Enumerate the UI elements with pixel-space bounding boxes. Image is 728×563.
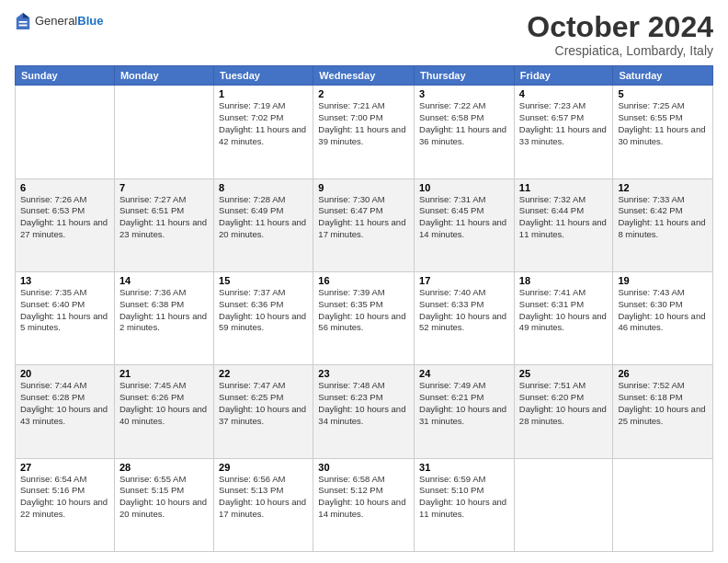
day-info: Sunrise: 7:23 AMSunset: 6:57 PMDaylight:… bbox=[519, 100, 609, 147]
table-row: 28 Sunrise: 6:55 AMSunset: 5:15 PMDaylig… bbox=[114, 458, 213, 551]
day-info: Sunrise: 7:31 AMSunset: 6:45 PMDaylight:… bbox=[419, 194, 509, 241]
calendar-week-row: 1 Sunrise: 7:19 AMSunset: 7:02 PMDayligh… bbox=[16, 86, 713, 178]
day-number: 8 bbox=[219, 182, 308, 193]
day-number: 29 bbox=[219, 462, 308, 473]
table-row: 2 Sunrise: 7:21 AMSunset: 7:00 PMDayligh… bbox=[313, 86, 415, 178]
day-info: Sunrise: 7:37 AMSunset: 6:36 PMDaylight:… bbox=[219, 287, 308, 334]
table-row: 6 Sunrise: 7:26 AMSunset: 6:53 PMDayligh… bbox=[16, 178, 115, 271]
day-info: Sunrise: 7:43 AMSunset: 6:30 PMDaylight:… bbox=[618, 287, 708, 334]
day-number: 15 bbox=[219, 275, 308, 286]
day-number: 13 bbox=[20, 275, 109, 286]
day-number: 2 bbox=[318, 88, 409, 99]
day-number: 10 bbox=[419, 182, 509, 193]
day-number: 21 bbox=[119, 368, 209, 379]
day-number: 5 bbox=[618, 88, 708, 99]
day-info: Sunrise: 6:54 AMSunset: 5:16 PMDaylight:… bbox=[20, 474, 109, 521]
table-row: 5 Sunrise: 7:25 AMSunset: 6:55 PMDayligh… bbox=[613, 86, 713, 178]
day-info: Sunrise: 7:47 AMSunset: 6:25 PMDaylight:… bbox=[219, 380, 308, 427]
day-info: Sunrise: 7:49 AMSunset: 6:21 PMDaylight:… bbox=[419, 380, 509, 427]
day-number: 12 bbox=[618, 182, 708, 193]
day-info: Sunrise: 7:51 AMSunset: 6:20 PMDaylight:… bbox=[519, 380, 609, 427]
day-number: 9 bbox=[318, 182, 409, 193]
day-info: Sunrise: 7:35 AMSunset: 6:40 PMDaylight:… bbox=[20, 287, 109, 334]
day-info: Sunrise: 7:33 AMSunset: 6:42 PMDaylight:… bbox=[618, 194, 708, 241]
day-number: 6 bbox=[20, 182, 109, 193]
calendar-week-row: 6 Sunrise: 7:26 AMSunset: 6:53 PMDayligh… bbox=[16, 178, 713, 271]
day-info: Sunrise: 7:32 AMSunset: 6:44 PMDaylight:… bbox=[519, 194, 609, 241]
day-info: Sunrise: 7:22 AMSunset: 6:58 PMDaylight:… bbox=[419, 100, 509, 147]
day-number: 31 bbox=[419, 462, 509, 473]
day-info: Sunrise: 6:59 AMSunset: 5:10 PMDaylight:… bbox=[419, 474, 509, 521]
table-row: 24 Sunrise: 7:49 AMSunset: 6:21 PMDaylig… bbox=[415, 365, 515, 458]
day-info: Sunrise: 7:21 AMSunset: 7:00 PMDaylight:… bbox=[318, 100, 409, 147]
svg-marker-1 bbox=[23, 13, 29, 17]
day-number: 24 bbox=[419, 368, 509, 379]
day-info: Sunrise: 7:36 AMSunset: 6:38 PMDaylight:… bbox=[119, 287, 209, 334]
calendar-week-row: 13 Sunrise: 7:35 AMSunset: 6:40 PMDaylig… bbox=[16, 271, 713, 364]
day-info: Sunrise: 6:55 AMSunset: 5:15 PMDaylight:… bbox=[119, 474, 209, 521]
location: Crespiatica, Lombardy, Italy bbox=[527, 43, 713, 58]
day-info: Sunrise: 7:26 AMSunset: 6:53 PMDaylight:… bbox=[20, 194, 109, 241]
title-block: October 2024 Crespiatica, Lombardy, Ital… bbox=[527, 11, 713, 58]
table-row: 9 Sunrise: 7:30 AMSunset: 6:47 PMDayligh… bbox=[313, 178, 415, 271]
day-info: Sunrise: 7:48 AMSunset: 6:23 PMDaylight:… bbox=[318, 380, 409, 427]
header-thursday: Thursday bbox=[415, 66, 515, 86]
table-row: 3 Sunrise: 7:22 AMSunset: 6:58 PMDayligh… bbox=[415, 86, 515, 178]
calendar-header-row: Sunday Monday Tuesday Wednesday Thursday… bbox=[16, 66, 713, 86]
table-row: 20 Sunrise: 7:44 AMSunset: 6:28 PMDaylig… bbox=[16, 365, 115, 458]
day-number: 19 bbox=[618, 275, 708, 286]
page: GeneralBlue October 2024 Crespiatica, Lo… bbox=[0, 0, 728, 563]
table-row: 27 Sunrise: 6:54 AMSunset: 5:16 PMDaylig… bbox=[16, 458, 115, 551]
table-row: 13 Sunrise: 7:35 AMSunset: 6:40 PMDaylig… bbox=[16, 271, 115, 364]
day-number: 28 bbox=[119, 462, 209, 473]
table-row bbox=[16, 86, 115, 178]
day-info: Sunrise: 7:52 AMSunset: 6:18 PMDaylight:… bbox=[618, 380, 708, 427]
calendar-table: Sunday Monday Tuesday Wednesday Thursday… bbox=[15, 65, 713, 552]
header-monday: Monday bbox=[114, 66, 213, 86]
table-row: 29 Sunrise: 6:56 AMSunset: 5:13 PMDaylig… bbox=[214, 458, 313, 551]
header-friday: Friday bbox=[514, 66, 613, 86]
day-info: Sunrise: 7:30 AMSunset: 6:47 PMDaylight:… bbox=[318, 194, 409, 241]
day-number: 30 bbox=[318, 462, 409, 473]
table-row: 31 Sunrise: 6:59 AMSunset: 5:10 PMDaylig… bbox=[415, 458, 515, 551]
day-number: 27 bbox=[20, 462, 109, 473]
table-row: 17 Sunrise: 7:40 AMSunset: 6:33 PMDaylig… bbox=[415, 271, 515, 364]
day-number: 4 bbox=[519, 88, 609, 99]
day-info: Sunrise: 7:44 AMSunset: 6:28 PMDaylight:… bbox=[20, 380, 109, 427]
table-row: 4 Sunrise: 7:23 AMSunset: 6:57 PMDayligh… bbox=[514, 86, 613, 178]
table-row bbox=[114, 86, 213, 178]
table-row: 26 Sunrise: 7:52 AMSunset: 6:18 PMDaylig… bbox=[613, 365, 713, 458]
table-row bbox=[514, 458, 613, 551]
day-info: Sunrise: 7:45 AMSunset: 6:26 PMDaylight:… bbox=[119, 380, 209, 427]
table-row: 16 Sunrise: 7:39 AMSunset: 6:35 PMDaylig… bbox=[313, 271, 415, 364]
month-title: October 2024 bbox=[527, 11, 713, 43]
table-row: 30 Sunrise: 6:58 AMSunset: 5:12 PMDaylig… bbox=[313, 458, 415, 551]
day-info: Sunrise: 7:19 AMSunset: 7:02 PMDaylight:… bbox=[219, 100, 308, 147]
calendar-week-row: 20 Sunrise: 7:44 AMSunset: 6:28 PMDaylig… bbox=[16, 365, 713, 458]
day-number: 16 bbox=[318, 275, 409, 286]
day-info: Sunrise: 6:56 AMSunset: 5:13 PMDaylight:… bbox=[219, 474, 308, 521]
table-row: 19 Sunrise: 7:43 AMSunset: 6:30 PMDaylig… bbox=[613, 271, 713, 364]
day-number: 26 bbox=[618, 368, 708, 379]
day-info: Sunrise: 7:39 AMSunset: 6:35 PMDaylight:… bbox=[318, 287, 409, 334]
table-row: 8 Sunrise: 7:28 AMSunset: 6:49 PMDayligh… bbox=[214, 178, 313, 271]
day-number: 20 bbox=[20, 368, 109, 379]
table-row: 7 Sunrise: 7:27 AMSunset: 6:51 PMDayligh… bbox=[114, 178, 213, 271]
svg-rect-2 bbox=[19, 21, 28, 23]
table-row: 11 Sunrise: 7:32 AMSunset: 6:44 PMDaylig… bbox=[514, 178, 613, 271]
table-row: 14 Sunrise: 7:36 AMSunset: 6:38 PMDaylig… bbox=[114, 271, 213, 364]
logo-icon bbox=[15, 11, 31, 31]
day-number: 22 bbox=[219, 368, 308, 379]
calendar-week-row: 27 Sunrise: 6:54 AMSunset: 5:16 PMDaylig… bbox=[16, 458, 713, 551]
day-number: 1 bbox=[219, 88, 308, 99]
header-sunday: Sunday bbox=[16, 66, 115, 86]
day-info: Sunrise: 7:40 AMSunset: 6:33 PMDaylight:… bbox=[419, 287, 509, 334]
table-row: 21 Sunrise: 7:45 AMSunset: 6:26 PMDaylig… bbox=[114, 365, 213, 458]
table-row: 1 Sunrise: 7:19 AMSunset: 7:02 PMDayligh… bbox=[214, 86, 313, 178]
svg-rect-3 bbox=[19, 25, 28, 27]
day-info: Sunrise: 7:28 AMSunset: 6:49 PMDaylight:… bbox=[219, 194, 308, 241]
table-row: 12 Sunrise: 7:33 AMSunset: 6:42 PMDaylig… bbox=[613, 178, 713, 271]
day-info: Sunrise: 7:41 AMSunset: 6:31 PMDaylight:… bbox=[519, 287, 609, 334]
table-row: 23 Sunrise: 7:48 AMSunset: 6:23 PMDaylig… bbox=[313, 365, 415, 458]
table-row: 22 Sunrise: 7:47 AMSunset: 6:25 PMDaylig… bbox=[214, 365, 313, 458]
